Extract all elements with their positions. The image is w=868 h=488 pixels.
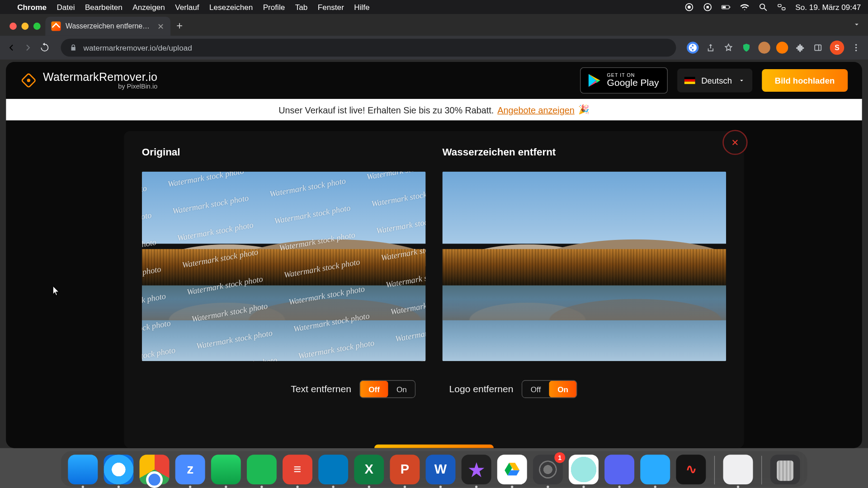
new-tab-button[interactable]: + [170, 20, 189, 36]
address-bar[interactable]: watermarkremover.io/de/upload [61, 39, 676, 57]
dock-finder-icon[interactable] [68, 455, 98, 484]
dock-imovie-icon[interactable] [462, 455, 491, 484]
tab-title: Wasserzeichen entfernen - Lad… [66, 22, 153, 30]
forward-icon[interactable] [23, 42, 33, 53]
macos-menubar: Chrome Datei Bearbeiten Anzeigen Verlauf… [0, 0, 868, 14]
language-selector[interactable]: Deutsch [677, 69, 752, 93]
menu-anzeigen[interactable]: Anzeigen [132, 3, 165, 12]
extension-1-icon[interactable] [758, 42, 770, 53]
cleaned-image [442, 172, 726, 361]
brand-name: WatermarkRemover.io [43, 71, 157, 84]
window-minimize-button[interactable] [21, 23, 28, 30]
bookmark-star-icon[interactable] [722, 42, 734, 53]
logo-on-button[interactable]: On [549, 381, 577, 398]
close-panel-button[interactable] [722, 130, 747, 155]
text-remove-label: Text entfernen [291, 384, 351, 394]
promo-text: Unser Verkauf ist live! Erhalten Sie bis… [278, 104, 494, 114]
toggle-row: Text entfernen Off On Logo entfernen Off… [142, 380, 726, 398]
tab-close-icon[interactable]: ✕ [157, 22, 165, 30]
download-cta-peek[interactable] [374, 445, 494, 448]
window-close-button[interactable] [9, 23, 17, 30]
dock-excel-icon[interactable]: X [354, 455, 384, 484]
dock-spotify-icon[interactable] [247, 455, 277, 484]
google-play-button[interactable]: GET IT ON Google Play [580, 67, 668, 94]
original-image: Watermark stock photoWatermark stock pho… [142, 172, 426, 361]
menu-datei[interactable]: Datei [57, 3, 75, 12]
menubar-clock[interactable]: So. 19. März 09:47 [795, 3, 861, 12]
dock-powerpoint-icon[interactable]: P [390, 455, 420, 484]
tabs-dropdown-icon[interactable] [853, 20, 861, 31]
logo-remove-switch[interactable]: Off On [522, 380, 577, 398]
dock-trash-icon[interactable] [770, 455, 800, 484]
share-icon[interactable] [705, 42, 717, 53]
text-on-button[interactable]: On [388, 381, 415, 398]
dock-whatsapp-icon[interactable] [211, 455, 241, 484]
chevron-down-icon [738, 77, 745, 84]
promo-link[interactable]: Angebote anzeigen [497, 104, 574, 114]
dock-quicktime-icon[interactable] [640, 455, 670, 484]
page-content: WatermarkRemover.io by PixelBin.io GET I… [6, 62, 862, 448]
dock-trello-icon[interactable] [318, 455, 348, 484]
menu-tab[interactable]: Tab [295, 3, 308, 12]
site-logo[interactable]: WatermarkRemover.io by PixelBin.io [20, 71, 157, 90]
dock-safari-icon[interactable] [104, 455, 133, 484]
dock-preview-icon[interactable] [723, 455, 753, 484]
site-header: WatermarkRemover.io by PixelBin.io GET I… [6, 62, 862, 99]
svg-rect-3 [707, 6, 709, 8]
wifi-icon[interactable] [740, 2, 750, 12]
flag-de-icon [684, 77, 695, 84]
svg-point-13 [855, 44, 857, 46]
svg-rect-5 [722, 6, 726, 9]
back-icon[interactable] [6, 42, 17, 53]
dock-discord-icon[interactable] [604, 455, 634, 484]
stop-icon[interactable] [703, 2, 712, 12]
menubar-app-name[interactable]: Chrome [17, 3, 47, 12]
extensions-puzzle-icon[interactable] [794, 42, 806, 53]
upload-button[interactable]: Bild hochladen [762, 69, 848, 92]
chrome-tabstrip: Wasserzeichen entfernen - Lad… ✕ + [0, 14, 868, 36]
window-zoom-button[interactable] [33, 23, 41, 30]
svg-point-7 [760, 4, 765, 9]
spotlight-icon[interactable] [759, 2, 768, 12]
macos-dock: z ≡ X P W 1 ∿ [0, 451, 868, 488]
dock-zoom-icon[interactable]: z [175, 455, 205, 484]
language-label: Deutsch [701, 75, 732, 85]
dock-chrome-icon[interactable] [140, 455, 170, 484]
chrome-menu-icon[interactable] [850, 42, 862, 53]
battery-icon[interactable] [722, 2, 731, 12]
promo-banner: Unser Verkauf ist live! Erhalten Sie bis… [6, 99, 862, 120]
dock-settings-icon[interactable]: 1 [533, 455, 563, 484]
tab-favicon-icon [51, 21, 61, 31]
extension-shield-icon[interactable] [741, 42, 752, 53]
menu-profile[interactable]: Profile [263, 3, 285, 12]
google-play-icon [587, 72, 602, 89]
promo-emoji-icon: 🎉 [578, 104, 590, 115]
menu-verlauf[interactable]: Verlauf [175, 3, 199, 12]
extension-2-icon[interactable] [776, 42, 788, 53]
logo-off-button[interactable]: Off [522, 381, 549, 398]
record-icon[interactable] [684, 2, 694, 12]
dock-app-cyan-icon[interactable] [569, 455, 599, 484]
menu-lesezeichen[interactable]: Lesezeichen [209, 3, 253, 12]
browser-tab[interactable]: Wasserzeichen entfernen - Lad… ✕ [45, 17, 170, 36]
dock-todoist-icon[interactable]: ≡ [283, 455, 312, 484]
text-off-button[interactable]: Off [360, 381, 388, 398]
text-remove-switch[interactable]: Off On [359, 380, 415, 398]
result-panel: Original Watermark stock photoWatermark … [124, 131, 744, 448]
sidepanel-icon[interactable] [812, 42, 824, 53]
dock-word-icon[interactable]: W [426, 455, 456, 484]
menu-bearbeiten[interactable]: Bearbeiten [85, 3, 123, 12]
profile-avatar[interactable]: S [830, 41, 844, 55]
translate-icon[interactable] [687, 42, 698, 53]
control-center-icon[interactable] [777, 2, 786, 12]
dock-separator-2 [761, 456, 762, 484]
settings-badge: 1 [554, 452, 565, 463]
menu-hilfe[interactable]: Hilfe [354, 3, 369, 12]
menu-fenster[interactable]: Fenster [318, 3, 344, 12]
svg-rect-10 [782, 8, 785, 10]
dock-voicememos-icon[interactable]: ∿ [676, 455, 706, 484]
svg-point-1 [688, 5, 691, 9]
dock-drive-icon[interactable] [497, 455, 527, 484]
chrome-toolbar: watermarkremover.io/de/upload S [0, 36, 868, 60]
reload-icon[interactable] [39, 42, 50, 53]
